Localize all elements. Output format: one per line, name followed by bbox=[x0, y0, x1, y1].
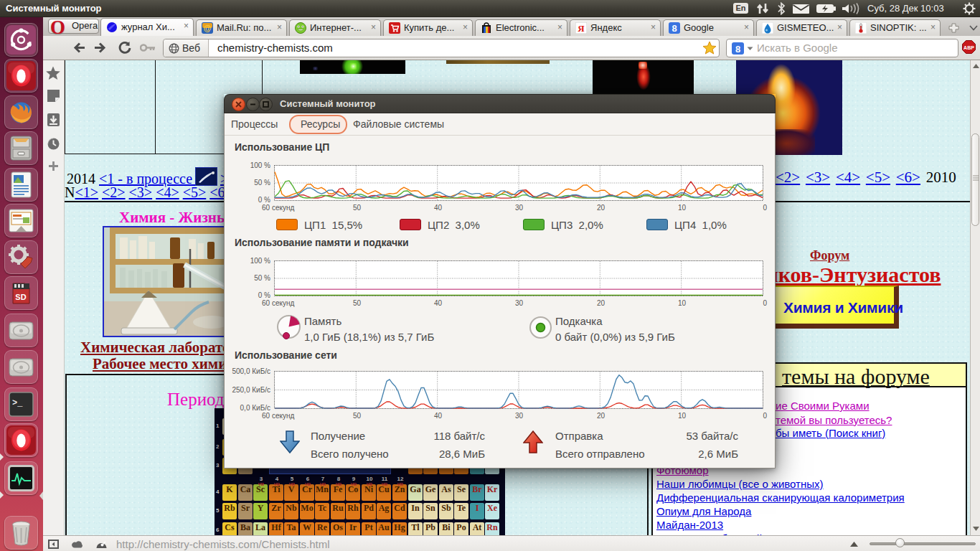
svg-text:8: 8 bbox=[672, 23, 677, 34]
svg-text:Я: Я bbox=[578, 23, 585, 34]
svg-text:ABP: ABP bbox=[963, 45, 974, 50]
svg-text:@: @ bbox=[204, 24, 212, 32]
svg-text:SD: SD bbox=[15, 293, 26, 301]
svg-text:8: 8 bbox=[735, 44, 740, 55]
svg-text:>_: >_ bbox=[12, 398, 23, 408]
